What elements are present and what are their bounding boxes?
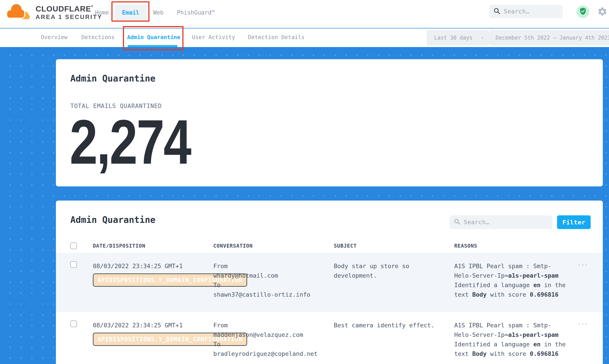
row-checkbox[interactable] (70, 321, 77, 327)
search-icon (493, 7, 501, 16)
row-date: 08/03/2022 23:34:25 GMT+1 (93, 263, 183, 270)
column-header-date-disposition: DATE/DISPOSITION (93, 243, 213, 249)
search-icon (454, 218, 461, 226)
active-tab-underline (128, 45, 177, 47)
subject-cell: Body star up store so development. (334, 261, 454, 312)
subject-cell: Best camera identify effect. (334, 321, 454, 364)
tab-user-activity[interactable]: User Activity (192, 28, 235, 47)
app-screen: CLOUDFLARE® AREA 1 SECURITY Home Email W… (0, 0, 609, 364)
quarantine-stats-card: Admin Quarantine TOTAL EMAILS QUARANTINE… (56, 59, 603, 186)
table-search-box[interactable] (450, 215, 552, 229)
main-content: Admin Quarantine TOTAL EMAILS QUARANTINE… (0, 47, 609, 364)
to-email: bradleyrodriguez@copeland.net (213, 349, 325, 358)
tab-detections[interactable]: Detections (81, 28, 115, 47)
quarantine-table-card: Admin Quarantine Filter DATE/DISPOSITION… (56, 201, 603, 364)
conversation-cell: From whardy@hotmail.com To shawn37@casti… (213, 261, 334, 312)
row-date: 08/03/2022 23:34:25 GMT+1 (93, 322, 183, 329)
more-options-icon[interactable]: ••• (578, 262, 588, 312)
email-subnav: Overview Detections Admin Quarantine Use… (0, 28, 609, 47)
from-label: From (213, 321, 325, 330)
header-search-box[interactable] (489, 5, 563, 18)
total-emails-value: 2,274 (70, 110, 190, 173)
from-email: maddenjason@velazquez.com (213, 330, 325, 339)
from-email: whardy@hotmail.com (213, 271, 325, 280)
date-range-display[interactable]: December 5th 2022 — January 4th 2023 (489, 30, 609, 46)
column-header-subject: SUBJECT (334, 243, 454, 249)
row-checkbox[interactable] (70, 261, 77, 268)
time-range-value: Last 30 days (434, 35, 472, 41)
time-range-dropdown[interactable]: Last 30 days ▾ (427, 30, 489, 46)
brand-name: CLOUDFLARE® (36, 4, 94, 13)
to-label: To (213, 339, 325, 349)
date-disposition-cell: 08/03/2022 23:34:25 GMT+1 (93, 261, 213, 312)
more-options-icon[interactable]: ••• (578, 321, 588, 364)
nav-item-phishguard[interactable]: PhishGuard™ (177, 0, 215, 28)
reasons-cell: A1S IPBL Pearl spam : Smtp-Helo-Server-I… (454, 261, 567, 312)
cloudflare-logo: CLOUDFLARE® AREA 1 SECURITY (6, 2, 102, 23)
top-header: CLOUDFLARE® AREA 1 SECURITY Home Email W… (0, 0, 609, 28)
to-label: To (213, 280, 325, 290)
registered-mark: ® (91, 4, 94, 8)
column-header-reasons: REASONS (454, 243, 567, 249)
chevron-down-icon: ▾ (481, 36, 484, 40)
select-all-checkbox[interactable] (70, 243, 77, 249)
table-row[interactable]: 08/03/2022 23:34:25 GMT+1 From whardy@ho… (56, 253, 603, 312)
nav-item-home[interactable]: Home (95, 0, 109, 28)
tab-overview[interactable]: Overview (41, 28, 68, 47)
brand-subtitle: AREA 1 SECURITY (36, 14, 102, 21)
stats-card-title: Admin Quarantine (70, 73, 155, 83)
tab-detection-details[interactable]: Detection Details (248, 28, 305, 47)
nav-item-web[interactable]: Web (153, 0, 163, 28)
table-card-title: Admin Quarantine (70, 215, 155, 225)
header-search-input[interactable] (504, 8, 578, 15)
table-row[interactable]: 08/03/2022 23:34:25 GMT+1 From maddenjas… (56, 312, 603, 364)
protection-status-badge[interactable] (577, 5, 589, 18)
tab-admin-quarantine[interactable]: Admin Quarantine (127, 28, 180, 47)
table-search-input[interactable] (464, 219, 548, 225)
column-header-conversation: CONVERSATION (213, 243, 334, 249)
filter-button[interactable]: Filter (557, 215, 591, 229)
table-header-row: DATE/DISPOSITION CONVERSATION SUBJECT RE… (56, 239, 603, 253)
reasons-cell: A1S IPBL Pearl spam : Smtp-Helo-Server-I… (454, 321, 567, 364)
nav-item-email-active[interactable]: Email (114, 4, 147, 21)
shield-check-icon (579, 7, 587, 16)
settings-gear-icon[interactable] (597, 7, 608, 18)
conversation-cell: From maddenjason@velazquez.com To bradle… (213, 321, 334, 364)
cloudflare-cloud-icon (6, 2, 32, 23)
from-label: From (213, 261, 325, 271)
to-email: shawn37@castillo-ortiz.info (213, 290, 325, 299)
